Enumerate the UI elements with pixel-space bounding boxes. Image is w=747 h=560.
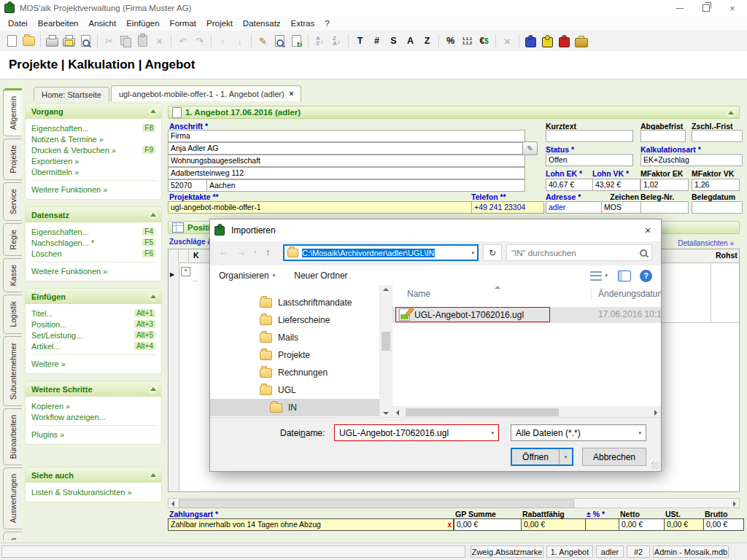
sidebar-tab-bueroarbeiten[interactable]: Büroarbeiten (3, 408, 22, 465)
anschrift-line4-field[interactable]: Adalbertsteinweg 112 (168, 167, 525, 179)
nav-ds-eigenschaften[interactable]: Eigenschaften...F4 (26, 226, 161, 237)
nav-weitere-funktionen[interactable]: Weitere Funktionen » (26, 184, 161, 195)
sidebar-tab-regie[interactable]: Regie (3, 223, 22, 256)
gp-summe-field[interactable]: 0,00 € (454, 518, 524, 531)
scroll-left-icon[interactable] (171, 501, 174, 507)
scrollbar-thumb[interactable] (179, 499, 574, 508)
ort-field[interactable]: Aachen (206, 179, 525, 192)
title-rows-button[interactable]: T (352, 33, 368, 49)
numbering-rows-button[interactable]: # (368, 33, 385, 49)
grid-asterisk-cell[interactable]: * (181, 267, 190, 276)
nav-notizen-termine[interactable]: Notizen & Termine » (26, 133, 161, 144)
belegnr-field[interactable] (640, 201, 689, 214)
lohn-vk-field[interactable]: 43,92 € (592, 179, 640, 191)
address-dropdown-icon[interactable]: ▾ (471, 250, 474, 256)
column-header-name[interactable]: Name (407, 289, 430, 299)
column-header-date[interactable]: Änderungsdatum (598, 289, 661, 299)
menu-bearbeiten[interactable]: Bearbeiten (33, 19, 84, 28)
sidebar-tab-auswertungen[interactable]: Auswertungen (3, 467, 22, 529)
redo-button[interactable]: ↷ (191, 33, 208, 49)
nav-drucken-verbuchen[interactable]: Drucken & Verbuchen »F9 (26, 144, 161, 155)
rabattfaehig-field[interactable]: 0,00 € (521, 518, 588, 531)
sidebar-tab-logistik[interactable]: Logistik (3, 295, 22, 334)
sidebar-tab-projekte[interactable]: Projekte (3, 139, 22, 180)
filetype-dropdown-icon[interactable]: ▾ (638, 430, 641, 436)
outline-numbering-button[interactable]: 1.1.11.1.2 (459, 33, 476, 49)
status-field[interactable]: Offen (546, 154, 633, 166)
telefon-field[interactable]: +49 241 23304 (471, 201, 544, 214)
sidebar-tab-subunternehmer[interactable]: Subunternehmer (3, 336, 22, 406)
tab-home[interactable]: Home: Startseite (34, 87, 109, 101)
help-button[interactable]: ? (640, 270, 652, 282)
move-up-button[interactable]: ↑ (214, 33, 231, 49)
scroll-up-icon[interactable] (383, 288, 389, 291)
netto-field[interactable]: 0,00 € (619, 518, 667, 531)
nav-listen-strukturansichten[interactable]: Listen & Strukturansichten » (26, 486, 161, 497)
collapse-button[interactable] (148, 106, 158, 116)
folder-mails[interactable]: Mails (210, 329, 379, 346)
plugin-yellow-button[interactable] (539, 33, 556, 49)
percent-button[interactable]: % (442, 33, 459, 49)
new-folder-button[interactable]: Neuer Ordner (294, 271, 347, 281)
filetype-combobox[interactable]: Alle Dateien (*.*) ▾ (511, 424, 646, 441)
back-icon[interactable]: ← (219, 246, 228, 257)
file-selection-highlight[interactable]: UGL-Angebot-17062016.ugl (395, 307, 550, 322)
anschrift-line3-field[interactable]: Wohnungsbaugesellschaft (168, 155, 525, 167)
cancel-button[interactable]: Abbrechen (582, 448, 646, 466)
organize-dropdown-icon[interactable]: ▾ (273, 273, 276, 279)
projektakte-field[interactable]: ugl-angebot-mobile-offer-1 (168, 201, 473, 214)
menu-projekt[interactable]: Projekt (201, 19, 238, 28)
folder-rechnungen[interactable]: Rechnungen (210, 364, 379, 381)
file-row[interactable]: UGL-Angebot-17062016.ugl 17.06.2016 10:1… (392, 307, 661, 323)
scroll-left-icon[interactable] (396, 410, 399, 416)
nav-titel[interactable]: Titel...Alt+1 (26, 308, 161, 319)
column-divider[interactable] (591, 287, 592, 300)
new-document-button[interactable] (4, 33, 20, 49)
ust-field[interactable]: 0,00 € (664, 518, 706, 531)
view-dropdown-icon[interactable]: ▾ (605, 273, 608, 279)
archive-button[interactable] (573, 33, 589, 49)
anschrift-line1-field[interactable]: Firma (168, 130, 525, 142)
menu-datei[interactable]: Datei (3, 19, 33, 28)
nav-workflow-anzeigen[interactable]: Workflow anzeigen... (26, 411, 161, 422)
forward-icon[interactable]: → (236, 246, 246, 257)
nav-eigenschaften[interactable]: Eigenschaften...F8 (26, 122, 161, 133)
undo-button[interactable]: ↶ (174, 33, 191, 49)
sidebar-tab-service[interactable]: Service (3, 182, 22, 221)
nav-artikel[interactable]: Artikel...Alt+4 (26, 341, 161, 351)
preview-pane-icon[interactable] (618, 271, 631, 281)
plusminus-pct-field[interactable] (585, 518, 623, 531)
folder-scrollbar[interactable] (379, 285, 392, 418)
nav-uebermitteln[interactable]: Übermitteln » (26, 166, 161, 177)
clear-icon[interactable]: x (447, 519, 452, 530)
tab-close-icon[interactable]: × (290, 90, 294, 98)
sidebar-tab-allgemein[interactable]: Allgemein (3, 88, 22, 136)
scrollbar-thumb[interactable] (382, 332, 390, 351)
plz-field[interactable]: 52070 (168, 179, 209, 192)
horizontal-scrollbar[interactable] (168, 498, 740, 508)
print-letter-button[interactable] (61, 33, 77, 49)
menu-einfuegen[interactable]: Einfügen (121, 19, 164, 28)
copy-button[interactable] (117, 33, 134, 49)
scroll-right-icon[interactable] (733, 501, 736, 507)
resize-grip[interactable] (651, 462, 659, 469)
zahlungsart-field[interactable]: Zahlbar innerhalb von 14 Tagen ohne Abzu… (168, 518, 454, 531)
sort-za-button[interactable]: ZA↓ (328, 33, 345, 49)
folder-projekte[interactable]: Projekte (210, 346, 379, 364)
nav-set-leistung[interactable]: Set/Leistung...Alt+5 (26, 330, 161, 341)
sidebar-tab-kasse[interactable]: Kasse (3, 258, 22, 292)
plugin-blue-button[interactable] (522, 33, 539, 49)
collapse-button[interactable] (148, 210, 158, 219)
search-box[interactable] (506, 244, 652, 261)
search-input[interactable] (511, 249, 640, 257)
up-icon[interactable]: ↑ (266, 246, 271, 257)
history-chevron-icon[interactable]: ▾ (254, 249, 257, 255)
move-down-button[interactable]: ↓ (231, 33, 248, 49)
folder-lieferscheine[interactable]: Lieferscheine (210, 311, 379, 329)
menu-ansicht[interactable]: Ansicht (83, 19, 121, 28)
folder-lastschriftmandate[interactable]: Lastschriftmandate (210, 294, 379, 311)
restore-button[interactable] (693, 0, 719, 16)
close-button[interactable]: × (719, 0, 746, 16)
edit-button[interactable]: ✎ (255, 33, 271, 49)
article-rows-button[interactable]: A (402, 33, 419, 49)
